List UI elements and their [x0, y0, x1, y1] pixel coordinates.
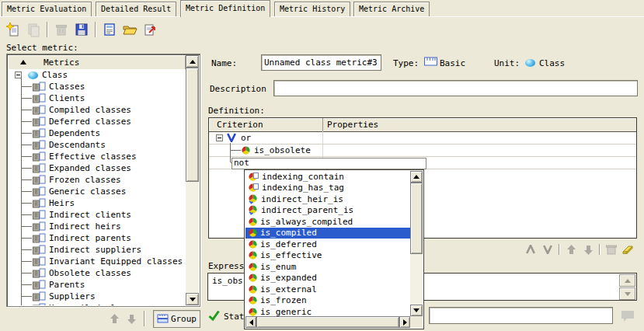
- properties-column-header[interactable]: Properties: [327, 120, 378, 130]
- erase-criterion-icon: [622, 244, 635, 255]
- tree-item-indirect-parents[interactable]: Indirect parents: [8, 232, 186, 244]
- new-metric-button[interactable]: [3, 19, 23, 40]
- dropdown-item-is_external[interactable]: is_external: [245, 284, 410, 295]
- separator: [95, 22, 96, 37]
- footer-separator: [144, 311, 145, 326]
- export-metrics-button[interactable]: [140, 19, 160, 40]
- tree-item-effective-classes[interactable]: Effective classes: [8, 151, 186, 162]
- delete-metric-icon: [54, 22, 69, 37]
- dropdown-item-is_frozen[interactable]: is_frozen: [245, 295, 410, 307]
- tree-item-compiled-classes[interactable]: Compiled classes: [8, 104, 186, 116]
- tree-item-heirs[interactable]: Heirs: [8, 197, 186, 209]
- criterion-row-or[interactable]: or: [209, 132, 636, 144]
- dropdown-item-label: is_enum: [260, 262, 296, 272]
- description-input[interactable]: [273, 80, 638, 96]
- dropdown-item-is_always_compiled[interactable]: is_always_compiled: [245, 216, 410, 228]
- dropdown-hscrollbar-thumb[interactable]: [256, 316, 399, 328]
- tab-metric-archive[interactable]: Metric Archive: [353, 2, 430, 16]
- copy-metric-icon: [26, 22, 41, 37]
- dropdown-vertical-scrollbar[interactable]: [410, 171, 423, 316]
- metric-icon: [33, 303, 46, 305]
- tree-item-indirect-clients[interactable]: Indirect clients: [8, 209, 186, 221]
- save-metric-button[interactable]: [71, 19, 92, 40]
- criterion-column-header[interactable]: Criterion: [217, 120, 263, 130]
- tree-item-indirect-suppliers[interactable]: Indirect suppliers: [8, 244, 186, 256]
- tree-scrollbar-thumb[interactable]: [186, 68, 199, 182]
- dropdown-item-is_generic[interactable]: is_generic: [245, 306, 410, 316]
- tree-item-frozen-classes[interactable]: Frozen classes: [8, 174, 186, 186]
- tree-item-label: Dependents: [49, 127, 100, 139]
- tree-item-clients[interactable]: Clients: [8, 92, 186, 104]
- tab-metric-history[interactable]: Metric History: [274, 2, 350, 16]
- tree-item-label: Expanded classes: [49, 162, 131, 174]
- tree-item-indirect-heirs[interactable]: Indirect heirs: [8, 221, 186, 232]
- dropdown-item-indexing_has_tag[interactable]: indexing_has_tag: [245, 183, 410, 194]
- dropdown-item-is_effective[interactable]: is_effective: [245, 250, 410, 262]
- dropdown-item-indirect_heir_is[interactable]: indirect_heir_is: [245, 193, 410, 205]
- separator: [47, 22, 48, 37]
- import-metrics-button[interactable]: [99, 19, 120, 40]
- dropdown-scroll-down-button[interactable]: [410, 305, 423, 316]
- or-operator-button: [539, 242, 556, 256]
- metric-icon: [33, 163, 46, 173]
- tree-item-label: Generic classes: [49, 186, 126, 197]
- criterion-ops-toolbar: [497, 242, 637, 257]
- tree-item-label: Effective classes: [49, 151, 137, 162]
- tab-metric-evaluation[interactable]: Metric Evaluation: [2, 2, 92, 16]
- dropdown-item-indirect_parent_is[interactable]: indirect_parent_is: [245, 205, 410, 217]
- dropdown-scroll-up-button[interactable]: [410, 171, 423, 183]
- criterion-dropdown: indexing_containindexing_has_tagindirect…: [244, 169, 424, 329]
- type-label: Type:: [393, 58, 419, 68]
- tree-item-dependents[interactable]: Dependents: [8, 127, 186, 139]
- tree-item-parents[interactable]: Parents: [8, 279, 186, 291]
- dropdown-item-is_compiled[interactable]: is_compiled: [245, 228, 410, 239]
- metric-icon: [33, 233, 46, 243]
- move-down-icon: [583, 245, 594, 255]
- criterion-pie-icon: [249, 263, 257, 271]
- dropdown-scroll-left-button[interactable]: [245, 316, 256, 328]
- tree-item-expanded-classes[interactable]: Expanded classes: [8, 162, 186, 174]
- tree-item-obsolete-classes[interactable]: Obsolete classes: [8, 267, 186, 279]
- dropdown-scrollbar-thumb[interactable]: [410, 183, 423, 254]
- tree-item-suppliers[interactable]: Suppliers: [8, 291, 186, 302]
- name-input[interactable]: [261, 54, 381, 71]
- dropdown-scroll-right-button[interactable]: [399, 316, 410, 328]
- group-toggle-button[interactable]: Group: [153, 310, 200, 328]
- tree-item-deferred-classes[interactable]: Deferred classes: [8, 116, 186, 127]
- tree-item-generic-classes[interactable]: Generic classes: [8, 186, 186, 197]
- dropdown-horizontal-scrollbar[interactable]: [245, 316, 410, 328]
- delete-criterion-icon: [605, 244, 618, 255]
- criterion-relation-icon: [249, 205, 258, 215]
- criterion-row-is-obsolete[interactable]: is_obsolete: [209, 145, 636, 156]
- criterion-row-not-editing[interactable]: not: [209, 157, 636, 169]
- column-divider[interactable]: [322, 118, 323, 131]
- erase-criterion-button[interactable]: [620, 242, 637, 256]
- collapse-icon[interactable]: [216, 134, 223, 141]
- move-down-icon: [127, 314, 137, 324]
- tree-item-classes[interactable]: Classes: [8, 81, 186, 92]
- metric-tree-header[interactable]: Metrics: [8, 55, 186, 70]
- metric-icon: [33, 198, 46, 208]
- criterion-edit-box[interactable]: not: [231, 158, 426, 169]
- status-detail-input[interactable]: [429, 307, 613, 324]
- criterion-pie-icon: [249, 296, 257, 305]
- tree-item-uncompiled-classes[interactable]: Uncompiled classes: [8, 302, 186, 305]
- tree-scroll-down-button[interactable]: [186, 293, 199, 305]
- tab-detailed-result[interactable]: Detailed Result: [96, 2, 176, 16]
- dropdown-item-label: is_compiled: [260, 228, 317, 238]
- open-metric-file-button[interactable]: [120, 19, 140, 40]
- status-ok-icon: [208, 310, 220, 321]
- scrollbar-corner: [410, 316, 423, 328]
- expression-scroll-down-button: [619, 287, 635, 300]
- dropdown-item-is_expanded[interactable]: is_expanded: [245, 273, 410, 284]
- tree-root-class[interactable]: Class: [8, 69, 186, 81]
- tree-item-invariant-equipped-classes[interactable]: Invariant Equipped classes: [8, 256, 186, 267]
- tree-scroll-up-button[interactable]: [186, 55, 199, 68]
- criterion-pie-icon: [249, 240, 257, 249]
- tab-metric-definition[interactable]: Metric Definition: [180, 0, 270, 17]
- dropdown-item-is_deferred[interactable]: is_deferred: [245, 239, 410, 250]
- dropdown-item-is_enum[interactable]: is_enum: [245, 261, 410, 273]
- dropdown-item-indexing_contain[interactable]: indexing_contain: [245, 171, 410, 183]
- tree-item-descendants[interactable]: Descendants: [8, 139, 186, 151]
- tree-item-label: Indirect suppliers: [49, 244, 141, 256]
